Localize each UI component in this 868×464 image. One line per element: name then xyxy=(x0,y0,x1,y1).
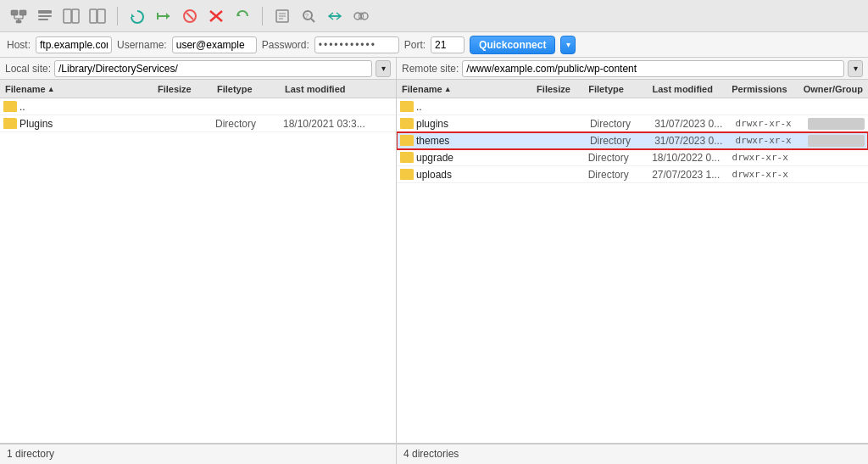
dir-compare-icon xyxy=(353,8,370,24)
remote-filename-header[interactable]: Filename ▲ xyxy=(398,84,533,94)
local-parent-filename: .. xyxy=(2,101,154,113)
svg-marker-14 xyxy=(131,14,135,17)
directory-comparison-button[interactable] xyxy=(349,5,373,27)
toggle-message-log-button[interactable] xyxy=(33,5,57,27)
port-input[interactable] xyxy=(431,36,465,53)
svg-line-19 xyxy=(186,13,193,20)
remote-site-label: Remote site: xyxy=(402,63,459,75)
local-file-list[interactable]: .. Plugins Directory 18/10/2021 03:3... xyxy=(0,98,396,443)
remote-upgrade-filename: upgrade xyxy=(398,152,534,164)
remote-site-dropdown[interactable]: ▾ xyxy=(848,60,863,77)
svg-marker-16 xyxy=(166,13,170,20)
quickconnect-dropdown[interactable]: ▾ xyxy=(560,36,576,54)
remote-themes-perms: drwxr-xr-x xyxy=(733,135,806,146)
svg-line-28 xyxy=(311,19,314,22)
open-filelist-button[interactable] xyxy=(270,5,294,27)
filelist-icon xyxy=(274,8,291,24)
sync-browse-icon xyxy=(326,8,343,24)
folder-icon xyxy=(400,118,414,129)
port-label: Port: xyxy=(404,39,426,51)
local-filesize-header[interactable]: Filesize xyxy=(154,84,214,94)
remote-plugins-filetype: Directory xyxy=(588,118,653,130)
remote-row-themes[interactable]: themes Directory 31/07/2023 0... drwxr-x… xyxy=(397,132,868,149)
remote-uploads-filetype: Directory xyxy=(587,169,651,181)
remote-themes-filename: themes xyxy=(398,135,536,147)
toolbar: ? xyxy=(0,0,868,32)
toolbar-separator-2 xyxy=(262,7,263,25)
svg-point-30 xyxy=(354,13,361,20)
remote-tree-button[interactable] xyxy=(86,5,109,27)
synchronized-browsing-button[interactable] xyxy=(323,5,347,27)
process-queue-button[interactable] xyxy=(152,5,175,27)
remote-themes-owner xyxy=(808,135,865,147)
site-manager-button[interactable] xyxy=(7,5,31,27)
remote-perms-header[interactable]: Permissions xyxy=(728,84,799,94)
local-site-path[interactable] xyxy=(54,60,372,77)
remote-site-path[interactable] xyxy=(462,60,844,77)
remote-uploads-perms: drwxr-xr-x xyxy=(731,169,803,180)
toolbar-separator-1 xyxy=(117,7,118,25)
site-bar: Local site: ▾ Remote site: ▾ xyxy=(0,58,868,80)
sort-arrow-icon: ▲ xyxy=(47,85,55,93)
username-input[interactable] xyxy=(172,36,257,53)
toolbar-group-left xyxy=(7,5,109,27)
svg-rect-13 xyxy=(97,9,105,23)
search-button[interactable]: ? xyxy=(297,5,320,27)
remote-sort-arrow-icon: ▲ xyxy=(444,85,452,93)
password-label: Password: xyxy=(262,39,309,51)
disconnect-button[interactable] xyxy=(204,5,228,27)
remote-themes-lastmod: 31/07/2023 0... xyxy=(653,135,733,147)
toolbar-group-transfer xyxy=(125,5,254,27)
cancel-button[interactable] xyxy=(178,5,202,27)
local-col-headers: Filename ▲ Filesize Filetype Last modifi… xyxy=(0,80,396,98)
local-site-bar: Local site: ▾ xyxy=(0,58,397,79)
folder-icon xyxy=(400,101,414,112)
main-area: Filename ▲ Filesize Filetype Last modifi… xyxy=(0,80,868,444)
status-bar: 1 directory 4 directories xyxy=(0,444,868,464)
remote-lastmod-header[interactable]: Last modified xyxy=(648,84,728,94)
remote-row-plugins[interactable]: plugins Directory 31/07/2023 0... drwxr-… xyxy=(397,115,868,132)
remote-row-uploads[interactable]: uploads Directory 27/07/2023 1... drwxr-… xyxy=(397,166,868,183)
remote-site-bar: Remote site: ▾ xyxy=(397,58,868,79)
password-input[interactable] xyxy=(314,36,399,53)
local-row-plugins[interactable]: Plugins Directory 18/10/2021 03:3... xyxy=(0,115,396,132)
folder-icon xyxy=(400,152,414,163)
host-label: Host: xyxy=(7,39,31,51)
local-lastmod-header[interactable]: Last modified xyxy=(281,84,394,94)
svg-rect-8 xyxy=(38,15,52,17)
local-filename-header[interactable]: Filename ▲ xyxy=(2,84,154,94)
remote-file-list[interactable]: .. plugins Directory 31/07/2023 0... drw… xyxy=(397,98,868,443)
local-tree-icon xyxy=(63,8,80,24)
process-queue-icon xyxy=(155,8,172,24)
host-input[interactable] xyxy=(36,36,112,53)
local-row-parent[interactable]: .. xyxy=(0,98,396,115)
svg-rect-11 xyxy=(72,9,79,23)
remote-parent-filename: .. xyxy=(398,101,534,113)
quickconnect-button[interactable]: Quickconnect xyxy=(470,36,555,54)
folder-icon xyxy=(3,101,17,112)
site-manager-icon xyxy=(10,8,27,24)
remote-owner-header[interactable]: Owner/Group xyxy=(800,84,866,94)
disconnect-icon xyxy=(208,8,225,24)
remote-row-parent[interactable]: .. xyxy=(397,98,868,115)
remote-col-headers: Filename ▲ Filesize Filetype Last modifi… xyxy=(397,80,868,98)
folder-icon xyxy=(400,135,414,146)
remote-filetype-header[interactable]: Filetype xyxy=(585,84,648,94)
remote-filesize-header[interactable]: Filesize xyxy=(533,84,585,94)
remote-upgrade-perms: drwxr-xr-x xyxy=(731,152,803,163)
local-plugins-filetype: Directory xyxy=(214,118,281,130)
remote-plugins-owner xyxy=(808,118,865,130)
svg-rect-12 xyxy=(90,9,97,23)
connection-bar: Host: Username: Password: Port: Quickcon… xyxy=(0,32,868,58)
local-site-dropdown[interactable]: ▾ xyxy=(376,60,391,77)
local-tree-button[interactable] xyxy=(59,5,83,27)
remote-tree-icon xyxy=(89,8,106,24)
reconnect-button[interactable] xyxy=(231,5,254,27)
local-filetype-header[interactable]: Filetype xyxy=(214,84,281,94)
remote-row-upgrade[interactable]: upgrade Directory 18/10/2022 0... drwxr-… xyxy=(397,149,868,166)
refresh-button[interactable] xyxy=(125,5,149,27)
local-plugins-filename: Plugins xyxy=(2,118,154,130)
remote-plugins-filename: plugins xyxy=(398,118,536,130)
svg-rect-10 xyxy=(64,9,71,23)
remote-upgrade-filetype: Directory xyxy=(587,152,651,164)
